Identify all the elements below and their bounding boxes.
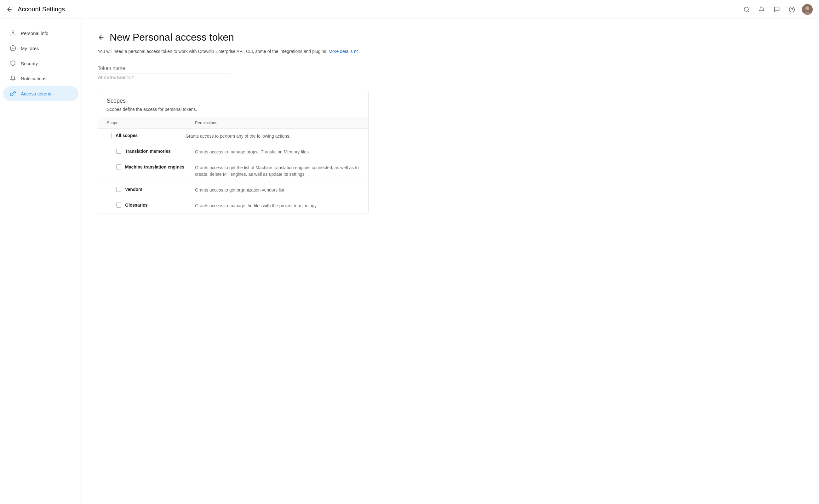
scopes-card: Scopes Scopes define the access for pers…: [98, 90, 369, 214]
sidebar-item-notifications[interactable]: Notifications: [3, 71, 78, 86]
person-icon: [9, 30, 16, 37]
vendors-checkbox-wrap: Vendors: [116, 187, 195, 192]
sidebar-item-my-rates[interactable]: My rates: [3, 41, 78, 55]
glossaries-checkbox[interactable]: [116, 203, 121, 208]
main-content: New Personal access token You will need …: [82, 19, 819, 504]
header-icons: [742, 4, 813, 15]
scope-row-translation-memories: Translation memories Grants access to ma…: [98, 144, 368, 160]
translation-memories-checkbox[interactable]: [116, 149, 121, 154]
svg-line-1: [748, 10, 749, 12]
scopes-title: Scopes: [107, 98, 359, 104]
scopes-description: Scopes define the access for personal to…: [107, 107, 359, 112]
sidebar: Personal info My rates Security: [0, 19, 82, 504]
sidebar-item-access-tokens[interactable]: Access tokens: [3, 86, 78, 101]
sidebar-label-notifications: Notifications: [21, 76, 47, 81]
scope-row-vendors: Vendors Grants access to get organizatio…: [98, 182, 368, 198]
sidebar-item-personal-info[interactable]: Personal info: [3, 26, 78, 40]
header-title: Account Settings: [18, 6, 742, 13]
avatar[interactable]: [802, 4, 813, 15]
all-scopes-checkbox[interactable]: [107, 133, 112, 138]
col-perm-header: Permissions: [195, 120, 359, 125]
shield-icon: [9, 60, 16, 67]
search-icon[interactable]: [742, 4, 752, 14]
svg-point-5: [805, 6, 809, 10]
machine-translation-permission: Grants access to get the list of Machine…: [195, 164, 359, 178]
layout: Personal info My rates Security: [0, 19, 819, 504]
more-details-link[interactable]: More details: [329, 48, 358, 55]
vendors-permission: Grants access to get organization vendor…: [195, 187, 359, 193]
svg-point-7: [12, 31, 14, 33]
token-hint: What's this token for?: [98, 75, 803, 80]
notifications-icon[interactable]: [757, 4, 767, 14]
page-back-button[interactable]: [98, 34, 105, 41]
translation-memories-label: Translation memories: [125, 149, 171, 154]
scope-row-glossaries: Glossaries Grants access to manage the f…: [98, 198, 368, 214]
header-back-button[interactable]: [6, 6, 13, 13]
sidebar-label-my-rates: My rates: [21, 46, 39, 51]
dollar-icon: [9, 45, 16, 52]
all-scopes-checkbox-wrap: All scopes: [107, 133, 186, 138]
token-name-input[interactable]: [98, 64, 230, 73]
translation-memories-checkbox-wrap: Translation memories: [116, 149, 195, 154]
glossaries-label: Glossaries: [125, 203, 148, 208]
sidebar-label-personal-info: Personal info: [21, 31, 49, 36]
key-icon: [9, 90, 16, 97]
scope-row-machine-translation: Machine translation engines Grants acces…: [98, 160, 368, 182]
scopes-table-header: Scope Permissions: [98, 117, 368, 129]
chat-icon[interactable]: [772, 4, 782, 14]
machine-translation-checkbox-wrap: Machine translation engines: [116, 164, 195, 169]
page-header: New Personal access token: [98, 31, 803, 43]
scopes-header: Scopes Scopes define the access for pers…: [98, 90, 368, 117]
scope-row-all-scopes: All scopes Grants access to perform any …: [98, 129, 368, 144]
vendors-label: Vendors: [125, 187, 142, 192]
bell-icon: [9, 75, 16, 82]
sidebar-item-security[interactable]: Security: [3, 56, 78, 71]
sidebar-label-access-tokens: Access tokens: [21, 91, 51, 96]
all-scopes-label: All scopes: [116, 133, 138, 138]
machine-translation-label: Machine translation engines: [125, 164, 184, 169]
sidebar-label-security: Security: [21, 61, 38, 66]
glossaries-permission: Grants access to manage the files with t…: [195, 203, 359, 209]
page-description: You will need a personal access token to…: [98, 48, 803, 55]
translation-memories-permission: Grants access to manage project Translat…: [195, 149, 359, 155]
glossaries-checkbox-wrap: Glossaries: [116, 203, 195, 208]
help-icon[interactable]: [787, 4, 797, 14]
svg-line-11: [356, 50, 358, 52]
machine-translation-checkbox[interactable]: [116, 164, 121, 169]
page-title: New Personal access token: [110, 31, 234, 43]
header: Account Settings: [0, 0, 819, 19]
vendors-checkbox[interactable]: [116, 187, 121, 192]
col-scope-header: Scope: [107, 120, 195, 125]
all-scopes-permission: Grants access to perform any of the foll…: [186, 133, 359, 140]
